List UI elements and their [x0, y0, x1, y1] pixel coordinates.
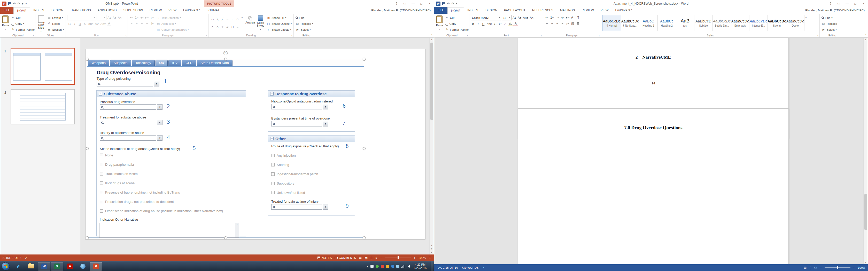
italic-button[interactable]: I [476, 22, 480, 26]
decrease-indent-button[interactable]: ◂≡ [560, 15, 565, 20]
redo-button[interactable]: ↷ [452, 2, 454, 5]
save-button[interactable] [8, 2, 11, 6]
taskbar-adobe-reader[interactable]: A [64, 262, 76, 270]
tab-view[interactable]: VIEW [165, 7, 180, 14]
form-tab-cfr[interactable]: CFR [182, 60, 196, 66]
borders-button[interactable]: ⊞ [576, 21, 580, 26]
resize-handle-bottom-center[interactable] [224, 236, 227, 239]
font-size-combo[interactable]: ▾ [97, 15, 106, 21]
form-tab-ipv[interactable]: IPV [168, 60, 181, 66]
tray-icon-sync[interactable] [391, 265, 394, 268]
type-of-drug-poisoning-combo[interactable]: ▼ [97, 81, 159, 87]
form-tab-od[interactable]: OD [156, 60, 168, 66]
change-case-button[interactable]: Aa▾ [522, 15, 529, 20]
resize-handle-middle-right[interactable] [363, 147, 366, 150]
zoom-slider[interactable] [385, 258, 411, 258]
columns-button[interactable]: ∥▾ [150, 21, 154, 26]
tab-file[interactable]: FILE [0, 7, 13, 14]
read-mode-button[interactable]: ▤ [804, 266, 807, 269]
clear-formatting-button[interactable]: A× [529, 15, 534, 20]
subscript-button[interactable]: x₂ [493, 22, 497, 26]
highlight-button[interactable]: ab [508, 22, 513, 26]
shading-button[interactable]: ▨ [570, 21, 575, 26]
shapes-gallery-scroll[interactable]: ▴▾▾ [240, 15, 244, 31]
style-normal[interactable]: AaBbCcDc¶ Normal [602, 15, 621, 31]
tab-home[interactable]: HOME [447, 7, 464, 14]
styles-dialog-launcher[interactable]: ↘ [817, 34, 819, 37]
undo-button[interactable]: ↶ [13, 2, 16, 5]
format-painter-button[interactable]: ✎Format Painter [444, 27, 469, 32]
resize-handle-bottom-left[interactable] [86, 236, 89, 239]
clipboard-dialog-launcher[interactable]: ↘ [467, 34, 469, 37]
checkbox-snorting[interactable]: Snorting [271, 163, 289, 167]
paragraph-dialog-launcher[interactable]: ↘ [598, 34, 600, 37]
italic-button[interactable]: I [72, 22, 77, 26]
shape-effects-button[interactable]: ◐Shape Effects▾ [266, 27, 292, 32]
indication-other-narrative-textarea[interactable]: ▲▼ [99, 223, 239, 238]
textarea-scrollbar[interactable]: ▲▼ [235, 223, 239, 237]
change-case-button[interactable]: Aa▾ [100, 22, 106, 26]
volume-icon[interactable] [406, 265, 410, 268]
tray-icon-messaging[interactable] [396, 265, 399, 268]
signed-in-user[interactable]: Gladden, Matthew R. (CDC/ONDIEH/NCIPC) [371, 7, 431, 14]
checkbox-buprenorphine[interactable]: Presence of buprenorphine, not including… [100, 191, 180, 194]
align-center-button[interactable]: ≡ [134, 21, 139, 26]
dropdown-button[interactable]: ▼ [157, 104, 162, 110]
qat-customize-button[interactable]: ▾ [26, 3, 27, 5]
font-color-button[interactable]: A [513, 22, 518, 26]
collapse-ribbon-button[interactable]: ^ [865, 33, 866, 37]
tab-mailings[interactable]: MAILINGS [557, 7, 578, 14]
tab-review[interactable]: REVIEW [146, 7, 165, 14]
font-dialog-launcher[interactable]: ↘ [540, 34, 542, 37]
zoom-out-button[interactable]: − [820, 266, 822, 269]
font-color-button[interactable]: A [107, 22, 111, 26]
help-button[interactable]: ? [393, 0, 401, 7]
page-indicator[interactable]: PAGE 15 OF 16 [437, 266, 458, 269]
tab-home[interactable]: HOME [13, 7, 30, 14]
style-subtle-emphasis[interactable]: AaBbCcDcSubtle Em... [712, 15, 731, 31]
slide-indicator[interactable]: SLIDE 1 OF 2 [3, 256, 21, 259]
reading-view-button[interactable]: ▯ [370, 256, 372, 260]
tab-design[interactable]: DESIGN [482, 7, 501, 14]
zoom-slider-thumb[interactable] [837, 266, 838, 269]
tab-review[interactable]: REVIEW [578, 7, 597, 14]
style-quote[interactable]: AaBbCcDcQuote [786, 15, 804, 31]
checkbox-ingestion[interactable]: Ingestion/transdermal patch [271, 172, 318, 176]
slide-scrollbar[interactable]: ▲ ▲ ▼ ▼ [429, 38, 434, 255]
form-tab-toxicology[interactable]: Toxicology [132, 60, 155, 66]
network-icon[interactable] [401, 265, 404, 268]
form-tab-state-defined-data[interactable]: State Defined Data [197, 60, 232, 66]
style-subtitle[interactable]: AaBbCcDSubtitle [694, 15, 713, 31]
zoom-in-button[interactable]: + [414, 256, 416, 259]
taskbar-internet-explorer[interactable]: e [12, 262, 25, 270]
help-button[interactable]: ? [827, 0, 835, 7]
decrease-font-button[interactable]: A▾ [517, 15, 522, 20]
tab-insert[interactable]: INSERT [30, 7, 48, 14]
convert-smartart-button[interactable]: ◫Convert to SmartArt▾ [156, 27, 189, 32]
line-spacing-button[interactable]: ↕≡ [565, 21, 570, 26]
next-slide-button[interactable]: ▼ [431, 247, 433, 250]
show-desktop-button[interactable] [431, 262, 433, 271]
collapse-ribbon-button[interactable]: ^ [431, 33, 432, 37]
redo-button[interactable]: ↷ [18, 2, 20, 5]
cut-button[interactable]: ✂Cut [10, 15, 35, 21]
zoom-in-button[interactable]: + [853, 266, 855, 269]
collapse-section-icon[interactable]: − [270, 137, 274, 140]
find-button[interactable]: Find [295, 15, 314, 21]
checkbox-any-injection[interactable]: Any injection [271, 154, 296, 158]
web-layout-button[interactable]: ▭ [814, 266, 817, 269]
align-right-button[interactable]: ≡ [555, 21, 560, 26]
bystanders-combo[interactable]: ▼ [271, 121, 328, 127]
resize-handle-middle-left[interactable] [86, 147, 89, 150]
normal-view-button[interactable]: ▭ [359, 256, 362, 260]
scroll-up-icon[interactable]: ▲ [865, 38, 867, 41]
resize-handle-bottom-right[interactable] [363, 236, 366, 239]
zoom-slider[interactable] [825, 267, 850, 268]
align-right-button[interactable]: ≡ [140, 21, 144, 26]
minimize-button[interactable]: — [409, 0, 417, 7]
maximize-button[interactable]: □ [417, 0, 426, 7]
collapse-section-icon[interactable]: − [99, 92, 102, 96]
taskbar-powerpoint[interactable]: P [90, 262, 102, 270]
slide-canvas[interactable]: Weapons Suspects Toxicology OD IPV CFR S… [86, 49, 425, 239]
undo-button[interactable]: ↶ [447, 2, 450, 5]
